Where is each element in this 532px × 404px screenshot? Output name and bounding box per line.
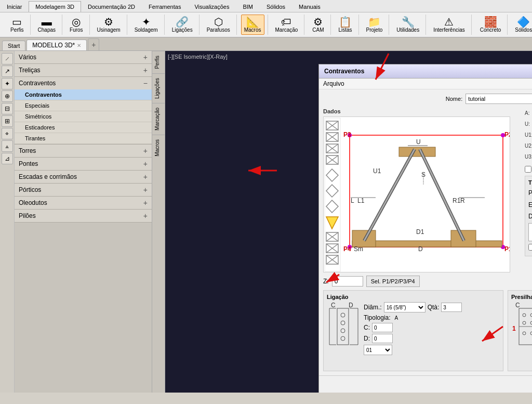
sel-button[interactable]: Sel. P1/P2/P3/P4 [366,276,420,287]
ribbon-btn-usinagem[interactable]: ⚙ Usinagem [94,15,124,35]
ribbon-btn-concreto[interactable]: 🧱 Concreto [477,15,504,35]
sidebar-header-varios[interactable]: Vários + [15,51,152,63]
solidos-icon: 🔷 [517,17,530,27]
tab-ferramentas[interactable]: Ferramentas [142,1,188,12]
sidebar-item-esticadores[interactable]: Esticadores [15,122,152,133]
sidebar-item-tirantes[interactable]: Tirantes [15,133,152,144]
interferencias-icon: ⚠ [444,17,454,27]
chevron-icon-escadas: + [143,173,148,181]
ribbon-btn-parafusos[interactable]: ⬡ Parafusos [204,15,233,35]
sidebar-section-escadas: Escadas e corrimãos + [15,171,152,184]
sidebar-header-contraventos[interactable]: Contraventos − [15,77,152,89]
tab-iniciar[interactable]: Iniciar [0,1,29,12]
sidebar-section-trelicas: Treliças + [15,64,152,77]
sidebar-header-escadas[interactable]: Escadas e corrimãos + [15,171,152,183]
lig-tipologia-label: Tipologia: [364,314,391,321]
chevron-icon-piloes: + [143,212,148,220]
sidebar-item-contraventos[interactable]: Contraventos [15,89,152,100]
z-input[interactable] [332,276,363,286]
svg-point-67 [341,321,345,325]
tool-icon-3[interactable]: ✦ [2,78,13,89]
lig-qta-input[interactable] [441,303,462,312]
tool-icon-2[interactable]: ↗ [2,66,13,77]
chevron-icon-porticos: + [143,186,148,194]
sidebar-header-piloes[interactable]: Pilões + [15,210,152,222]
param-u2: U2: [525,141,532,150]
ribbon-btn-listas[interactable]: 📋 Listas [335,15,355,35]
sidebar-item-especiais[interactable]: Especiais [15,100,152,111]
add-tab-btn[interactable]: + [88,38,99,50]
svg-point-68 [341,329,345,333]
tool-icon-6[interactable]: ⊞ [2,115,13,127]
ribbon-btn-furos[interactable]: ◎ Furos [66,15,86,35]
name-input[interactable] [466,94,532,104]
tool-icon-5[interactable]: ⊟ [2,103,13,114]
vert-tab-perfis[interactable]: Perfis [152,51,165,73]
lig-c-input[interactable] [372,323,393,332]
lig-d-input[interactable] [372,334,393,343]
ribbon-btn-marcacao[interactable]: 🏷 Marcação [272,15,301,35]
dialog-menu-arquivo[interactable]: Arquivo [323,80,344,87]
checkbox-so-verifica[interactable] [528,244,532,251]
tipo-shape-1[interactable] [528,223,532,241]
lig-main-select[interactable]: 01 [364,345,392,355]
sidebar-item-simetricos[interactable]: Simétricos [15,111,152,122]
z-label: Z: [323,278,329,285]
tool-icon-7[interactable]: ⌖ [2,128,13,139]
ribbon-btn-cam[interactable]: ⚙ CAM [309,15,327,35]
svg-rect-65 [337,308,349,345]
modello3d-close[interactable]: ✕ [77,43,81,48]
col-right: A: B: C: [525,108,532,287]
sidebar-header-oleodutos[interactable]: Oleodutos + [15,197,152,209]
tool-icon-8[interactable]: ⟁ [2,140,13,152]
checkbox-partidas-iguais[interactable] [525,166,531,173]
ribbon-btn-ligacoes[interactable]: 🔗 Ligações [169,15,196,35]
doc-tab-modello3d[interactable]: MODELLO 3D* ✕ [26,40,87,50]
tool-icon-1[interactable]: ⟋ [2,53,13,64]
vert-tab-ligacoes[interactable]: Ligações [152,73,165,103]
tab-visualizacoes[interactable]: Visualizações [188,1,236,12]
ribbon-btn-perfis[interactable]: ▭ Perfis [7,15,27,35]
svg-text:P3: P3 [343,131,351,138]
svg-text:L1: L1 [357,197,365,204]
lig-c-label: C: [364,324,370,331]
ribbon-btn-interferencias[interactable]: ⚠ Interferências [430,15,468,35]
dados-label: Dados [323,108,521,114]
lig-diam-label: Diâm.: [364,304,382,311]
ribbon-btn-macros[interactable]: 📐 Macros [241,15,264,35]
sidebar-header-torres[interactable]: Torres + [15,145,152,157]
ribbon-group-furos: ◎ Furos [63,15,90,35]
chevron-icon-oleodutos: + [143,199,148,207]
tool-icon-9[interactable]: ⊿ [2,153,13,164]
ribbon-btn-projeto[interactable]: 📁 Projeto [363,15,386,35]
check-so-verifica-item: Só verifica tração [528,243,532,251]
lig-diam-select[interactable]: 16 (5/8") [384,302,425,312]
tab-modelagem3d[interactable]: Modelagem 3D [29,1,81,12]
chevron-icon-contraventos: − [143,79,148,87]
tab-solidos[interactable]: Sólidos [260,1,292,12]
tab-bim[interactable]: BIM [236,1,260,12]
tipo-icons-row: ▼ [528,223,532,241]
param-u3-label: U3: [525,154,532,160]
tab-manuais[interactable]: Manuais [292,1,327,12]
ribbon-btn-soldagem[interactable]: ✦ Soldagem [131,15,161,35]
ribbon-btn-solidos[interactable]: 🔷 Sólidos [512,15,532,35]
lig-diam-row: Diâm.: 16 (5/8") Qtà: [364,302,500,312]
tab-documentacao2d[interactable]: Documentação 2D [81,1,142,12]
chevron-icon-trelicas: + [143,66,148,74]
vert-tab-macros[interactable]: Macros [152,135,165,161]
sidebar-header-trelicas[interactable]: Treliças + [15,64,152,76]
svg-text:1: 1 [512,325,516,332]
ribbon-btn-chapas[interactable]: ▬ Chapas [35,15,59,35]
tipo-esp-row: Esp. chapas: Folga 1 [528,200,532,210]
ribbon-btn-utilidades[interactable]: 🔧 Utilidades [393,15,422,35]
tool-icon-4[interactable]: ⊕ [2,90,13,102]
vert-tab-marcacao[interactable]: Marcação [152,103,165,135]
icon-panel: ⟋ ↗ ✦ ⊕ ⊟ ⊞ ⌖ ⟁ ⊿ [0,51,15,393]
svg-point-81 [523,314,526,317]
sidebar-header-pontes[interactable]: Pontes + [15,158,152,170]
sidebar-header-porticos[interactable]: Pórticos + [15,184,152,196]
doc-tab-start[interactable]: Start [2,41,25,50]
svg-text:U1: U1 [373,167,381,175]
dialog-footer: 2 [319,375,532,393]
